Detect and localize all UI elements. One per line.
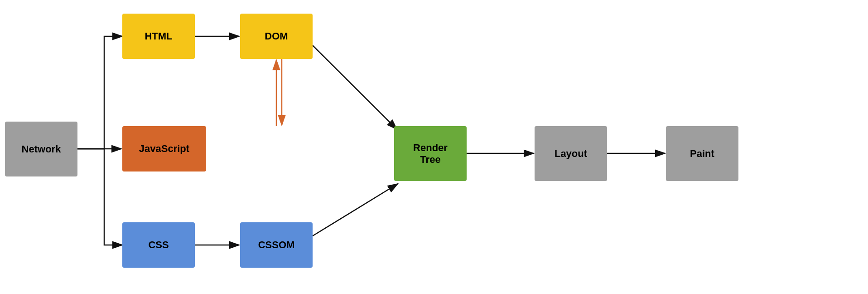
- render-tree-label: Render Tree: [413, 142, 448, 166]
- cssom-node: CSSOM: [240, 222, 313, 268]
- network-label: Network: [22, 143, 61, 155]
- css-node: CSS: [122, 222, 195, 268]
- diagram: Network HTML DOM JavaScript CSS CSSOM Re…: [0, 0, 868, 294]
- svg-line-8: [313, 184, 398, 236]
- dom-label: DOM: [265, 30, 288, 42]
- network-node: Network: [5, 122, 77, 176]
- render-tree-node: Render Tree: [394, 126, 467, 181]
- javascript-label: JavaScript: [139, 143, 189, 155]
- layout-node: Layout: [535, 126, 607, 181]
- dom-node: DOM: [240, 14, 313, 59]
- paint-label: Paint: [690, 148, 714, 160]
- javascript-node: JavaScript: [122, 126, 206, 172]
- paint-node: Paint: [666, 126, 738, 181]
- cssom-label: CSSOM: [258, 239, 295, 251]
- layout-label: Layout: [555, 148, 587, 160]
- css-label: CSS: [148, 239, 169, 251]
- html-label: HTML: [145, 30, 172, 42]
- html-node: HTML: [122, 14, 195, 59]
- svg-line-7: [313, 45, 397, 129]
